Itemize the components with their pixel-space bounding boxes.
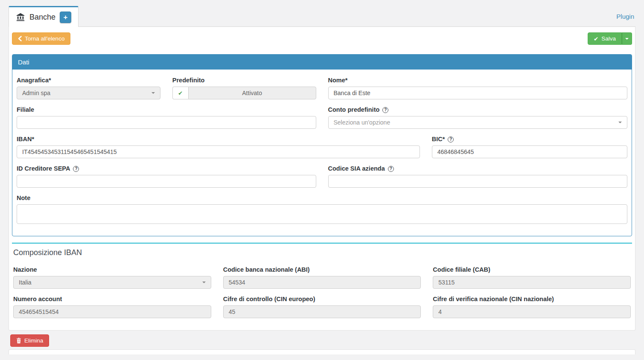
cin-europeo-input: [223, 305, 421, 318]
bank-icon: [16, 12, 25, 22]
iban-label: IBAN*: [17, 136, 420, 143]
codice-sia-input[interactable]: [328, 175, 628, 188]
anagrafica-select: Admin spa: [17, 87, 160, 99]
cab-label: Codice filiale (CAB): [433, 266, 631, 273]
anagrafica-value: Admin spa: [22, 90, 50, 96]
tab-title: Banche: [29, 13, 55, 22]
predefinito-toggle-group: ✔: [172, 87, 316, 99]
field-id-creditore-sepa: ID Creditore SEPA ?: [17, 165, 316, 188]
cin-nazionale-label: Cifre di verifica nazionale (CIN naziona…: [433, 296, 631, 303]
numero-account-input: [13, 305, 211, 318]
help-icon[interactable]: ?: [448, 136, 454, 142]
field-nome: Nome*: [328, 77, 628, 99]
field-iban: IBAN*: [17, 136, 420, 158]
composizione-iban-title: Composizione IBAN: [13, 248, 631, 257]
cab-input: [433, 276, 631, 289]
numero-account-label: Numero account: [13, 296, 211, 303]
add-bank-button[interactable]: +: [60, 12, 71, 23]
chevron-left-icon: [18, 36, 22, 41]
note-textarea[interactable]: [17, 204, 627, 224]
bic-label: BIC*: [432, 136, 445, 143]
save-button[interactable]: ✔ Salva: [588, 32, 622, 45]
field-nazione: Nazione Italia: [13, 266, 211, 289]
field-cin-europeo: Cifre di controllo (CIN europeo): [223, 296, 421, 318]
save-split-button: ✔ Salva: [588, 32, 632, 45]
delete-label: Elimina: [24, 337, 43, 344]
check-icon: ✔: [594, 35, 598, 42]
field-cin-nazionale: Cifre di verifica nazionale (CIN naziona…: [433, 296, 631, 318]
field-abi: Codice banca nazionale (ABI): [223, 266, 421, 289]
main-content-card: Torna all'elenco ✔ Salva Dati Anagrafica: [9, 27, 635, 331]
field-conto-predefinito: Conto predefinito ? Seleziona un'opzione: [328, 106, 628, 129]
page: Banche + Plugin Torna all'elenco ✔ Salva: [0, 0, 644, 354]
nazione-value: Italia: [19, 279, 32, 286]
field-predefinito: Predefinito ✔: [172, 77, 316, 99]
field-note: Note: [17, 195, 627, 224]
codice-sia-label: Codice SIA azienda: [328, 165, 385, 172]
dati-panel: Dati Anagrafica* Admin spa Predefinito: [12, 54, 632, 236]
id-creditore-sepa-label: ID Creditore SEPA: [17, 165, 70, 172]
field-codice-sia: Codice SIA azienda ?: [328, 165, 628, 188]
iban-input[interactable]: [17, 145, 420, 158]
dati-panel-header: Dati: [12, 55, 632, 70]
nazione-label: Nazione: [13, 266, 211, 273]
field-filiale: Filiale: [17, 106, 316, 129]
bic-input[interactable]: [432, 145, 627, 158]
back-to-list-label: Torna all'elenco: [25, 35, 64, 42]
composizione-iban-section: Composizione IBAN Nazione Italia Codice …: [12, 248, 632, 318]
predefinito-checkbox[interactable]: ✔: [172, 87, 188, 99]
nome-label: Nome*: [328, 77, 628, 84]
toolbar: Torna all'elenco ✔ Salva: [12, 32, 632, 45]
dati-panel-body: Anagrafica* Admin spa Predefinito ✔: [12, 70, 632, 236]
conto-predefinito-label: Conto predefinito: [328, 106, 380, 113]
cin-nazionale-input: [433, 305, 631, 318]
delete-row: Elimina: [10, 334, 635, 347]
help-icon[interactable]: ?: [382, 107, 388, 113]
note-label: Note: [17, 195, 627, 202]
caret-down-icon: [625, 38, 629, 40]
help-icon[interactable]: ?: [73, 166, 79, 172]
field-bic: BIC* ?: [432, 136, 627, 158]
field-cab: Codice filiale (CAB): [433, 266, 631, 289]
plugin-link[interactable]: Plugin: [616, 13, 635, 20]
predefinito-label: Predefinito: [172, 77, 316, 84]
tab-banche[interactable]: Banche +: [9, 6, 79, 27]
conto-predefinito-placeholder: Seleziona un'opzione: [334, 119, 390, 126]
section-divider: [12, 243, 632, 244]
field-numero-account: Numero account: [13, 296, 211, 318]
save-dropdown-button[interactable]: [622, 32, 632, 45]
conto-predefinito-select[interactable]: Seleziona un'opzione: [328, 116, 628, 129]
save-label: Salva: [601, 35, 616, 42]
caret-down-icon: [152, 92, 155, 94]
check-icon: ✔: [178, 90, 183, 96]
back-to-list-button[interactable]: Torna all'elenco: [12, 32, 70, 45]
help-icon[interactable]: ?: [388, 166, 394, 172]
tab-bar: Banche + Plugin: [9, 6, 635, 27]
nome-input[interactable]: [328, 87, 628, 99]
caret-down-icon: [202, 282, 206, 283]
trash-icon: [16, 338, 21, 343]
anagrafica-label: Anagrafica*: [17, 77, 160, 84]
delete-button[interactable]: Elimina: [10, 334, 49, 347]
nazione-select: Italia: [13, 276, 211, 289]
next-card-top: [9, 349, 635, 354]
caret-down-icon: [618, 122, 622, 123]
filiale-input[interactable]: [17, 116, 316, 129]
predefinito-status-field: [188, 87, 316, 99]
field-anagrafica: Anagrafica* Admin spa: [17, 77, 160, 99]
abi-label: Codice banca nazionale (ABI): [223, 266, 421, 273]
abi-input: [223, 276, 421, 289]
filiale-label: Filiale: [17, 106, 316, 113]
id-creditore-sepa-input[interactable]: [17, 175, 316, 188]
cin-europeo-label: Cifre di controllo (CIN europeo): [223, 296, 421, 303]
